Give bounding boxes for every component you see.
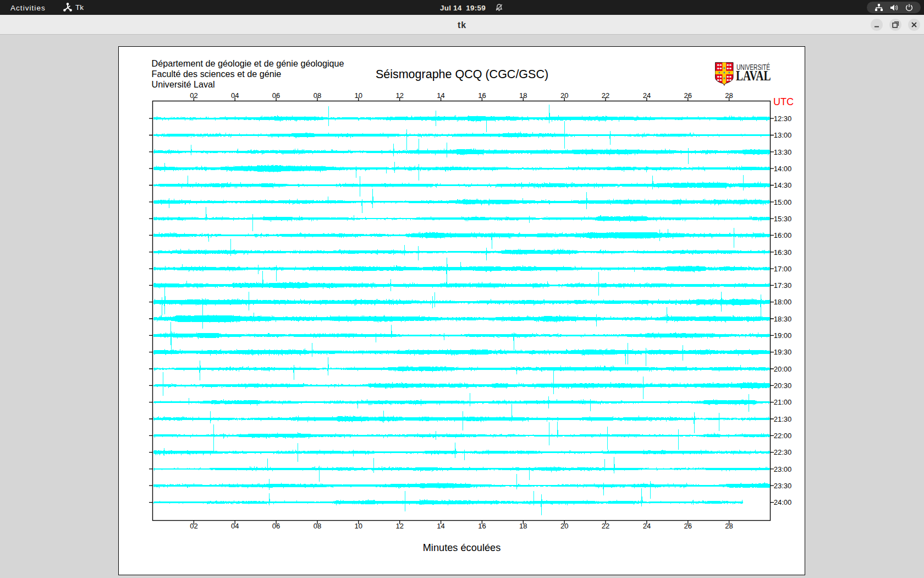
svg-text:14:30: 14:30 — [774, 181, 792, 189]
svg-text:17:00: 17:00 — [774, 265, 792, 273]
svg-text:08: 08 — [314, 91, 321, 100]
svg-text:UTC: UTC — [773, 96, 794, 107]
svg-text:23:30: 23:30 — [774, 482, 792, 490]
svg-text:16: 16 — [478, 91, 486, 100]
svg-text:22: 22 — [602, 91, 609, 100]
svg-text:24: 24 — [643, 91, 651, 100]
svg-text:02: 02 — [190, 91, 197, 100]
svg-text:28: 28 — [725, 91, 733, 100]
svg-text:17:30: 17:30 — [774, 281, 792, 290]
svg-text:13:30: 13:30 — [774, 148, 792, 156]
svg-text:LAVAL: LAVAL — [736, 68, 771, 83]
svg-text:26: 26 — [684, 91, 692, 100]
svg-text:22: 22 — [602, 522, 609, 530]
svg-text:10: 10 — [355, 91, 362, 100]
svg-text:20:30: 20:30 — [774, 381, 792, 390]
svg-text:08: 08 — [314, 522, 321, 530]
svg-text:04: 04 — [231, 522, 239, 530]
svg-text:20: 20 — [560, 522, 568, 530]
svg-text:16:00: 16:00 — [774, 231, 792, 239]
svg-text:18:00: 18:00 — [774, 298, 792, 306]
svg-text:21:00: 21:00 — [774, 398, 792, 406]
svg-text:12: 12 — [395, 91, 403, 100]
svg-text:13:00: 13:00 — [774, 131, 792, 139]
svg-text:19:30: 19:30 — [774, 348, 792, 356]
svg-text:06: 06 — [272, 91, 280, 100]
svg-text:Département de géologie et de: Département de géologie et de génie géol… — [152, 58, 344, 68]
svg-text:14: 14 — [437, 91, 444, 100]
svg-text:16:30: 16:30 — [774, 248, 792, 257]
svg-text:18: 18 — [519, 91, 527, 100]
svg-text:15:00: 15:00 — [774, 198, 792, 206]
svg-text:18: 18 — [519, 522, 527, 530]
svg-text:Séismographe QCQ (CGC/GSC): Séismographe QCQ (CGC/GSC) — [376, 68, 548, 81]
svg-text:06: 06 — [272, 522, 280, 530]
svg-text:12:30: 12:30 — [774, 114, 792, 123]
svg-text:14:00: 14:00 — [774, 165, 792, 173]
svg-text:04: 04 — [231, 91, 239, 100]
svg-text:Faculté des sciences et de gén: Faculté des sciences et de génie — [152, 69, 282, 79]
svg-text:22:30: 22:30 — [774, 448, 792, 456]
svg-text:28: 28 — [725, 522, 733, 530]
svg-text:23:00: 23:00 — [774, 465, 792, 473]
svg-text:20:00: 20:00 — [774, 365, 792, 373]
svg-text:24:00: 24:00 — [774, 498, 792, 506]
svg-text:19:00: 19:00 — [774, 331, 792, 340]
svg-text:10: 10 — [355, 522, 362, 530]
svg-text:18:30: 18:30 — [774, 315, 792, 323]
svg-text:21:30: 21:30 — [774, 415, 792, 423]
svg-text:20: 20 — [560, 91, 568, 100]
svg-text:Université Laval: Université Laval — [152, 79, 215, 89]
svg-text:Minutes écoulées: Minutes écoulées — [423, 542, 501, 553]
svg-text:12: 12 — [395, 522, 403, 530]
svg-text:15:30: 15:30 — [774, 215, 792, 223]
svg-text:26: 26 — [684, 522, 692, 530]
svg-text:24: 24 — [643, 522, 651, 530]
svg-text:02: 02 — [190, 522, 197, 530]
svg-text:14: 14 — [437, 522, 444, 530]
svg-text:22:00: 22:00 — [774, 432, 792, 440]
svg-text:16: 16 — [478, 522, 486, 530]
